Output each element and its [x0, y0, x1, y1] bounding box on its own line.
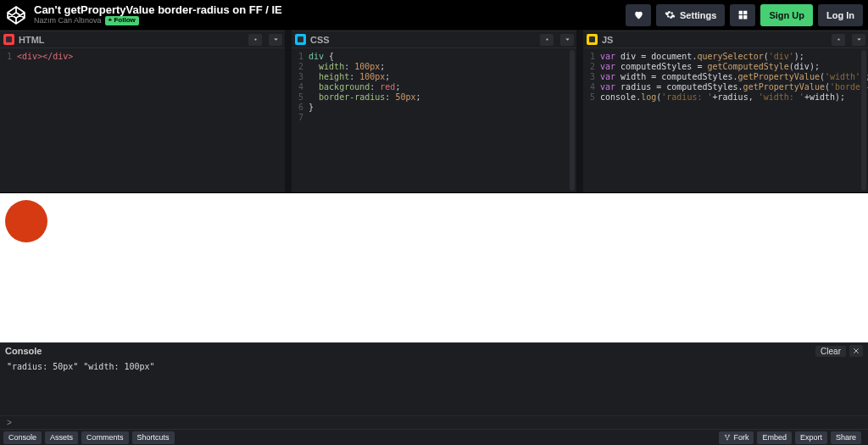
gutter: 1 2 3 4 5 6 7 [292, 48, 309, 192]
console-clear-button[interactable]: Clear [815, 346, 846, 357]
grid-icon [737, 9, 748, 20]
scrollbar[interactable] [861, 50, 866, 191]
gear-icon [252, 36, 259, 43]
gear-icon [665, 9, 676, 20]
css-badge-icon [295, 34, 306, 45]
code-html[interactable]: <div></div> [17, 48, 285, 192]
settings-label: Settings [680, 10, 716, 20]
console-prompt: > [7, 418, 12, 427]
editor-js-label: JS [602, 35, 613, 45]
header: Can't getPropertyValue border-radius on … [0, 0, 868, 31]
editor-html-header: HTML [0, 31, 285, 48]
gutter: 1 [0, 48, 17, 192]
editor-css-label: CSS [310, 35, 330, 45]
signup-button[interactable]: Sign Up [760, 4, 813, 26]
console-input[interactable]: > [0, 415, 868, 429]
editor-css-header: CSS [292, 31, 576, 48]
editor-html-body[interactable]: 1 <div></div> [0, 48, 285, 192]
footer-fork-button[interactable]: Fork [719, 431, 754, 444]
footer-assets-button[interactable]: Assets [45, 431, 78, 444]
editor-html-label: HTML [19, 35, 45, 45]
footer-shortcuts-button[interactable]: Shortcuts [132, 431, 175, 444]
chevron-down-icon [564, 36, 571, 43]
svg-point-1 [546, 38, 548, 40]
editor-html-dropdown[interactable] [269, 34, 282, 46]
code-js[interactable]: var div = document.querySelector('div');… [600, 48, 868, 192]
editor-js-settings[interactable] [832, 34, 845, 46]
editor-css-settings[interactable] [540, 34, 554, 46]
fork-icon [724, 434, 731, 441]
fork-label: Fork [733, 433, 748, 442]
editor-html-settings[interactable] [248, 34, 262, 46]
editor-css-body[interactable]: 1 2 3 4 5 6 7 div { width: 100px; height… [292, 48, 576, 192]
footer-export-button[interactable]: Export [795, 431, 827, 444]
js-badge-icon [587, 34, 598, 45]
footer-console-button[interactable]: Console [3, 431, 42, 444]
gutter: 1 2 3 4 5 [583, 48, 600, 192]
editor-css: CSS 1 2 3 4 5 6 7 div { width: 100px; he… [292, 31, 576, 192]
view-switch-button[interactable] [730, 4, 755, 26]
editor-js: JS 1 2 3 4 5 var div = document.querySel… [583, 31, 868, 192]
login-button[interactable]: Log In [818, 4, 863, 26]
preview-pane [0, 193, 868, 342]
editor-js-header: JS [583, 31, 868, 48]
love-button[interactable] [626, 4, 651, 26]
chevron-down-icon [272, 36, 280, 43]
pen-title: Can't getPropertyValue border-radius on … [34, 4, 282, 16]
svg-point-2 [837, 38, 839, 40]
html-badge-icon [3, 34, 14, 45]
settings-button[interactable]: Settings [656, 4, 725, 26]
footer-share-button[interactable]: Share [831, 431, 861, 444]
follow-button[interactable]: + Follow [105, 16, 139, 25]
codepen-logo-icon[interactable] [5, 4, 27, 26]
gear-icon [543, 36, 551, 43]
code-css[interactable]: div { width: 100px; height: 100px; backg… [309, 48, 576, 192]
preview-circle [5, 200, 47, 242]
footer-embed-button[interactable]: Embed [757, 431, 792, 444]
scrollbar[interactable] [570, 50, 575, 191]
console-header: Console Clear [0, 343, 868, 359]
codepen-icon [7, 6, 25, 25]
heart-icon [633, 9, 644, 20]
chevron-down-icon [855, 36, 863, 43]
console-output: "radius: 50px" "width: 100px" [0, 359, 868, 415]
close-icon [853, 348, 860, 354]
console-pane: Console Clear "radius: 50px" "width: 100… [0, 342, 868, 429]
console-close-button[interactable] [849, 345, 863, 357]
editor-js-dropdown[interactable] [852, 34, 865, 46]
pen-author[interactable]: Nazım Can Altınova [34, 17, 102, 25]
editor-html: HTML 1 <div></div> [0, 31, 285, 192]
svg-point-0 [254, 38, 256, 40]
footer-comments-button[interactable]: Comments [81, 431, 129, 444]
gear-icon [835, 36, 843, 43]
console-label: Console [5, 346, 42, 356]
pen-author-row: Nazım Can Altınova + Follow [34, 16, 282, 25]
title-block: Can't getPropertyValue border-radius on … [34, 4, 282, 25]
editor-js-body[interactable]: 1 2 3 4 5 var div = document.querySelect… [583, 48, 868, 192]
editor-css-dropdown[interactable] [560, 34, 574, 46]
footer: Console Assets Comments Shortcuts Fork E… [0, 429, 868, 445]
editors-row: HTML 1 <div></div> CSS 1 2 3 4 5 6 7 div… [0, 31, 868, 193]
